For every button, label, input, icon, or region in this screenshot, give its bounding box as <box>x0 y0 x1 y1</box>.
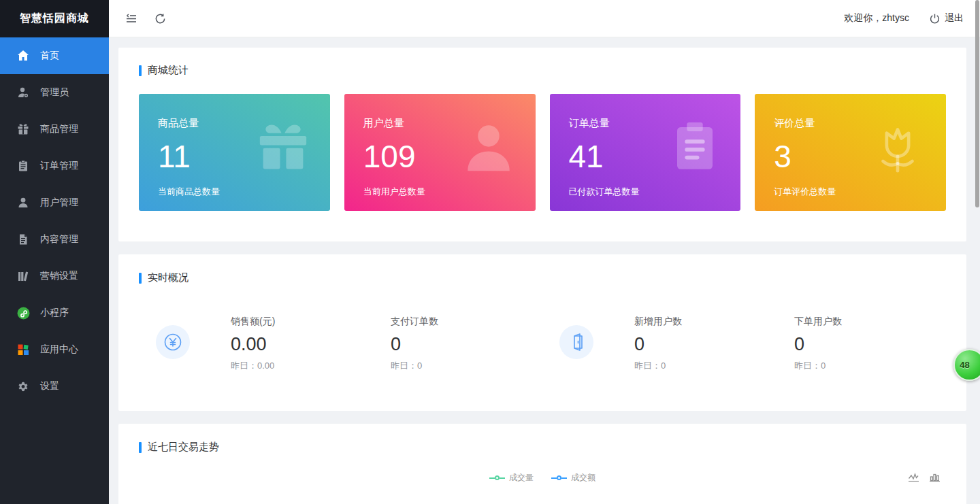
yuan-icon <box>156 325 190 359</box>
overview-stat-paid-orders: 支付订单数 0 昨日：0 <box>391 316 510 372</box>
clipboard-icon <box>16 159 30 173</box>
sidebar-item-label: 用户管理 <box>40 197 78 209</box>
section-title-text: 实时概况 <box>148 271 189 284</box>
sidebar-item-goods[interactable]: 商品管理 <box>0 111 109 148</box>
app-logo: 智慧恬园商城 <box>0 0 109 37</box>
power-icon <box>928 12 941 24</box>
stat-value: 0 <box>794 334 913 355</box>
stat-card-reviews[interactable]: 评价总量 3 订单评价总数量 <box>755 94 946 211</box>
stats-panel: 商城统计 商品总量 11 当前商品总数量 用户总量 109 当前用户 <box>118 48 966 241</box>
legend-label: 成交量 <box>509 472 534 484</box>
sidebar-item-label: 内容管理 <box>40 233 78 246</box>
sidebar-item-miniprogram[interactable]: 小程序 <box>0 295 109 331</box>
legend-marker <box>551 475 567 480</box>
stat-cards-row: 商品总量 11 当前商品总数量 用户总量 109 当前用户总数量 <box>139 94 946 211</box>
stat-card-desc: 当前商品总数量 <box>158 186 330 198</box>
vertical-scrollbar[interactable] <box>975 0 979 207</box>
sidebar: 智慧恬园商城 首页 管理员 商品管理 <box>0 0 109 504</box>
sidebar-item-users[interactable]: 用户管理 <box>0 184 109 221</box>
overview-stat-new-users: 新增用户数 0 昨日：0 <box>634 316 753 372</box>
customer-service-badge[interactable]: 48 <box>953 349 980 381</box>
overview-group-sales: 销售额(元) 0.00 昨日：0.00 支付订单数 0 昨日：0 <box>139 316 542 372</box>
miniprogram-icon <box>16 306 30 320</box>
title-accent-bar <box>139 65 142 76</box>
sidebar-item-label: 营销设置 <box>40 270 78 282</box>
app-grid-icon <box>16 343 30 356</box>
logout-button[interactable]: 退出 <box>928 12 964 24</box>
stat-card-desc: 订单评价总数量 <box>774 186 946 198</box>
stat-value: 0 <box>391 334 510 355</box>
line-chart-toggle-icon[interactable] <box>908 472 919 486</box>
stat-label: 下单用户数 <box>794 316 913 328</box>
sidebar-item-label: 商品管理 <box>40 123 78 135</box>
sidebar-item-settings[interactable]: 设置 <box>0 368 109 405</box>
door-icon <box>559 325 593 359</box>
chart-header: 成交量 成交额 <box>139 472 946 487</box>
overview-group-users: 新增用户数 0 昨日：0 下单用户数 0 昨日：0 <box>542 316 946 372</box>
books-icon <box>16 269 30 283</box>
main-area: 欢迎你，zhtysc 退出 商城统计 商品总量 <box>109 0 980 504</box>
topbar-right: 欢迎你，zhtysc 退出 <box>844 12 964 24</box>
stat-card-desc: 已付款订单总数量 <box>569 186 741 198</box>
chart-legend: 成交量 成交额 <box>139 472 946 484</box>
stat-value: 0 <box>634 334 753 355</box>
sidebar-item-label: 订单管理 <box>40 160 78 172</box>
legend-item-amount[interactable]: 成交额 <box>551 472 595 484</box>
overview-section-title: 实时概况 <box>139 271 946 284</box>
stat-label: 销售额(元) <box>231 316 350 328</box>
section-title-text: 商城统计 <box>148 64 189 77</box>
stat-card-users[interactable]: 用户总量 109 当前用户总数量 <box>344 94 536 211</box>
stat-card-desc: 当前用户总数量 <box>363 186 536 198</box>
topbar: 欢迎你，zhtysc 退出 <box>109 0 980 37</box>
sidebar-item-label: 管理员 <box>40 86 69 99</box>
stat-value: 0.00 <box>231 334 350 355</box>
refresh-icon[interactable] <box>152 11 167 26</box>
stat-yesterday: 昨日：0.00 <box>231 360 350 372</box>
bar-chart-toggle-icon[interactable] <box>929 472 941 486</box>
collapse-sidebar-icon[interactable] <box>124 11 139 26</box>
sidebar-item-label: 首页 <box>40 50 59 62</box>
overview-stat-ordering-users: 下单用户数 0 昨日：0 <box>794 316 913 372</box>
sidebar-item-label: 设置 <box>40 380 59 392</box>
user-icon <box>16 196 30 209</box>
sidebar-item-appcenter[interactable]: 应用中心 <box>0 331 109 368</box>
badge-count: 48 <box>960 360 969 370</box>
title-accent-bar <box>139 442 142 453</box>
legend-label: 成交额 <box>571 472 595 484</box>
stat-card-goods[interactable]: 商品总量 11 当前商品总数量 <box>139 94 330 211</box>
sidebar-menu: 首页 管理员 商品管理 订单管理 <box>0 37 109 504</box>
stat-label: 新增用户数 <box>634 316 753 328</box>
sidebar-item-orders[interactable]: 订单管理 <box>0 148 109 184</box>
clipboard-icon <box>668 120 721 175</box>
admin-icon <box>16 86 30 99</box>
sidebar-item-content[interactable]: 内容管理 <box>0 221 109 258</box>
stat-card-orders[interactable]: 订单总量 41 已付款订单总数量 <box>550 94 741 211</box>
stats-section-title: 商城统计 <box>139 64 946 77</box>
section-title-text: 近七日交易走势 <box>148 441 219 454</box>
overview-stat-sales: 销售额(元) 0.00 昨日：0.00 <box>231 316 350 372</box>
gear-icon <box>16 380 30 393</box>
flower-icon <box>868 120 927 181</box>
sidebar-item-home[interactable]: 首页 <box>0 37 109 74</box>
app-root: 智慧恬园商城 首页 管理员 商品管理 <box>0 0 980 504</box>
legend-item-volume[interactable]: 成交量 <box>489 472 534 484</box>
home-icon <box>16 49 30 63</box>
sidebar-item-admin[interactable]: 管理员 <box>0 74 109 111</box>
overview-row: 销售额(元) 0.00 昨日：0.00 支付订单数 0 昨日：0 <box>139 316 946 372</box>
stat-yesterday: 昨日：0 <box>794 360 913 372</box>
gift-icon <box>255 120 311 178</box>
content: 商城统计 商品总量 11 当前商品总数量 用户总量 109 当前用户 <box>109 37 980 504</box>
sidebar-item-label: 应用中心 <box>40 343 78 356</box>
trend-chart-panel: 近七日交易走势 成交量 成交额 <box>118 424 966 504</box>
legend-marker <box>489 475 505 480</box>
stat-label: 支付订单数 <box>391 316 510 328</box>
gift-icon <box>16 122 30 136</box>
welcome-text: 欢迎你，zhtysc <box>844 12 909 24</box>
sidebar-item-marketing[interactable]: 营销设置 <box>0 258 109 295</box>
sidebar-item-label: 小程序 <box>40 307 69 319</box>
title-accent-bar <box>139 273 142 284</box>
chart-toolbox <box>908 472 941 486</box>
document-icon <box>16 233 30 246</box>
person-icon <box>461 120 517 178</box>
overview-panel: 实时概况 销售额(元) 0.00 昨日：0.00 支付订单数 <box>118 254 966 411</box>
